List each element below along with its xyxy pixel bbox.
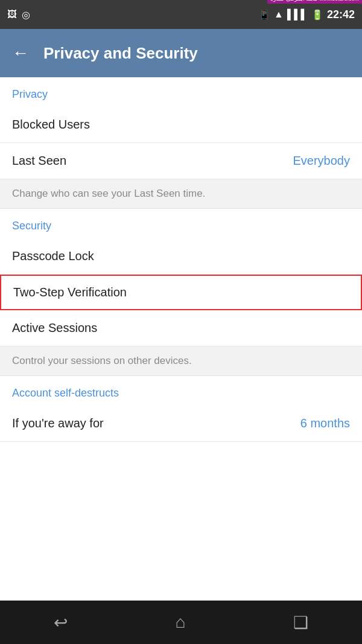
phone-icon: 📱 bbox=[258, 9, 270, 21]
telegram-icon: ◎ bbox=[22, 9, 30, 21]
active-sessions-description: Control your sessions on other devices. bbox=[12, 355, 192, 366]
last-seen-label: Last Seen bbox=[12, 154, 66, 168]
last-seen-description-row: Change who can see your Last Seen time. bbox=[0, 179, 362, 209]
nav-home-button[interactable]: ⌂ bbox=[176, 613, 186, 632]
signal-icon: ▌▌▌ bbox=[287, 9, 308, 20]
menu-item-blocked-users[interactable]: Blocked Users bbox=[0, 107, 362, 143]
section-header-security: Security bbox=[0, 209, 362, 238]
menu-item-two-step-verification[interactable]: Two-Step Verification bbox=[0, 275, 362, 310]
setare-badge: مجله اینترنتی ستاره www.setare.com bbox=[267, 0, 362, 4]
status-bar-right: 📱 ▲ ▌▌▌ 🔋 22:42 مجله اینترنتی ستاره www.… bbox=[258, 8, 355, 21]
menu-item-if-away[interactable]: If you're away for 6 months bbox=[0, 406, 362, 442]
status-bar: 🖼 ◎ 📱 ▲ ▌▌▌ 🔋 22:42 مجله اینترنتی ستاره … bbox=[0, 0, 362, 29]
status-bar-left: 🖼 ◎ bbox=[7, 9, 30, 21]
back-button[interactable]: ← bbox=[12, 43, 29, 63]
menu-item-passcode-lock[interactable]: Passcode Lock bbox=[0, 238, 362, 275]
two-step-verification-label: Two-Step Verification bbox=[13, 285, 127, 299]
battery-icon: 🔋 bbox=[311, 9, 323, 21]
navigation-bar: ↩ ⌂ ❑ bbox=[0, 601, 362, 644]
if-away-value: 6 months bbox=[300, 416, 350, 430]
section-header-account-self-destructs: Account self-destructs bbox=[0, 376, 362, 406]
passcode-lock-label: Passcode Lock bbox=[12, 249, 94, 263]
status-time: 22:42 bbox=[327, 8, 355, 21]
blocked-users-label: Blocked Users bbox=[12, 118, 90, 132]
wifi-icon: ▲ bbox=[274, 9, 284, 20]
active-sessions-description-row: Control your sessions on other devices. bbox=[0, 346, 362, 376]
image-icon: 🖼 bbox=[7, 9, 17, 20]
nav-back-button[interactable]: ↩ bbox=[54, 613, 68, 633]
last-seen-description: Change who can see your Last Seen time. bbox=[12, 188, 205, 199]
last-seen-value: Everybody bbox=[293, 154, 351, 168]
section-header-privacy: Privacy bbox=[0, 77, 362, 107]
toolbar: ← Privacy and Security bbox=[0, 29, 362, 77]
content-area: Privacy Blocked Users Last Seen Everybod… bbox=[0, 77, 362, 442]
if-away-label: If you're away for bbox=[12, 416, 104, 430]
menu-item-active-sessions[interactable]: Active Sessions bbox=[0, 310, 362, 346]
nav-square-button[interactable]: ❑ bbox=[293, 613, 308, 633]
page-title: Privacy and Security bbox=[43, 44, 198, 63]
active-sessions-label: Active Sessions bbox=[12, 321, 97, 335]
menu-item-last-seen[interactable]: Last Seen Everybody bbox=[0, 143, 362, 179]
